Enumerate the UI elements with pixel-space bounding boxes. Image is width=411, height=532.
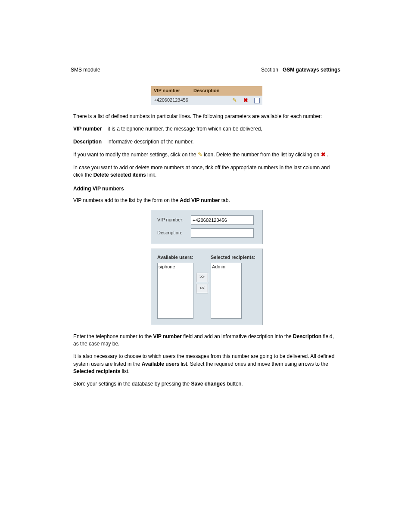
p2c: .: [327, 152, 328, 158]
paragraph-save: Store your settings in the database by p…: [73, 380, 340, 388]
description-input[interactable]: [191, 228, 254, 238]
col-header-select: [251, 86, 262, 96]
p5a: Enter the telephone number to the: [73, 333, 153, 339]
p6bold1: Available users: [142, 361, 180, 367]
delete-x-icon: ✖: [243, 96, 248, 105]
item-number-text: – it is a telephone number, the message …: [102, 126, 262, 132]
p5bold1: VIP number: [153, 333, 181, 339]
p2b: icon. Delete the number from the list by…: [204, 152, 321, 158]
available-users-label: Available users:: [157, 254, 193, 261]
p5bold2: Description: [293, 333, 321, 339]
p5b: field and add an informative description…: [183, 333, 293, 339]
page: SMS module Section GSM gateways settings…: [0, 0, 411, 428]
selected-recipients-label: Selected recipients:: [211, 254, 256, 261]
p6c: list.: [122, 368, 130, 374]
col-header-delete: [240, 86, 251, 96]
cell-edit[interactable]: ✎: [229, 96, 240, 105]
paragraph-modify: If you want to modify the number setting…: [73, 151, 340, 159]
header-left: SMS module: [71, 66, 100, 74]
cell-number: +420602123456: [151, 96, 191, 105]
item-description-text: – informative description of the number.: [102, 139, 193, 145]
subhead-adding: Adding VIP numbers: [73, 185, 340, 193]
selected-recipients-list[interactable]: Admin: [211, 263, 242, 319]
paragraph-intro: There is a list of defined numbers in pa…: [73, 113, 340, 120]
p4bold: Add VIP number: [180, 197, 220, 203]
table-row: +420602123456 ✎ ✖: [151, 96, 262, 105]
p7bold: Save changes: [191, 381, 226, 387]
vip-number-input[interactable]: [191, 215, 254, 225]
list-item[interactable]: siphone: [159, 264, 192, 271]
p3end: link.: [147, 172, 156, 178]
move-left-button[interactable]: <<: [196, 284, 208, 293]
p7a: Store your settings in the database by p…: [73, 381, 191, 387]
cell-delete[interactable]: ✖: [240, 96, 251, 105]
item-description: Description – informative description of…: [73, 138, 340, 146]
p3bold: Delete selected items: [93, 172, 146, 178]
vip-table-figure: VIP number Description +420602123456 ✎ ✖: [73, 86, 340, 105]
checkbox-icon: [254, 98, 260, 103]
col-header-edit: [229, 86, 240, 96]
panel-transfer: Available users: siphone >> << Selected …: [151, 249, 263, 325]
paragraph-enter-number: Enter the telephone number to the VIP nu…: [73, 333, 340, 348]
paragraph-choose-users: It is also necessary to choose to which …: [73, 353, 340, 375]
p6b: list. Select the required ones and move …: [181, 361, 328, 367]
paragraph-add-tab: VIP numbers add to the list by the form …: [73, 197, 340, 204]
list-item[interactable]: Admin: [212, 264, 240, 271]
header-right-prefix: Section: [261, 67, 278, 73]
col-header-description: Description: [191, 86, 229, 96]
pencil-icon: ✎: [198, 151, 202, 159]
p6bold2: Selected recipients: [73, 368, 120, 374]
p4b: tab.: [221, 197, 230, 203]
move-right-button[interactable]: >>: [196, 273, 208, 282]
p7b: button.: [227, 381, 243, 387]
vip-form-figure: VIP number: Description: Available users…: [73, 210, 340, 325]
description-label: Description:: [157, 230, 191, 236]
header-separator: [71, 76, 340, 76]
paragraph-delete-selected: In case you want to add or delete more n…: [73, 164, 340, 179]
p4a: VIP numbers add to the list by the form …: [73, 197, 180, 203]
panel-number: VIP number: Description:: [151, 210, 263, 244]
header-right: Section GSM gateways settings: [261, 66, 340, 74]
item-number-label: VIP number: [73, 126, 102, 132]
content: VIP number Description +420602123456 ✎ ✖…: [73, 86, 340, 388]
pencil-icon: ✎: [232, 96, 237, 105]
cell-description: [191, 96, 229, 105]
vip-number-label: VIP number:: [157, 217, 191, 224]
p2a: If you want to modify the number setting…: [73, 152, 198, 158]
col-header-number: VIP number: [151, 86, 191, 96]
header-right-bold: GSM gateways settings: [283, 67, 340, 73]
item-number: VIP number – it is a telephone number, t…: [73, 125, 340, 133]
available-users-list[interactable]: siphone: [157, 263, 193, 319]
delete-x-icon: ✖: [321, 151, 326, 159]
item-description-label: Description: [73, 139, 102, 145]
cell-checkbox[interactable]: [251, 96, 262, 105]
